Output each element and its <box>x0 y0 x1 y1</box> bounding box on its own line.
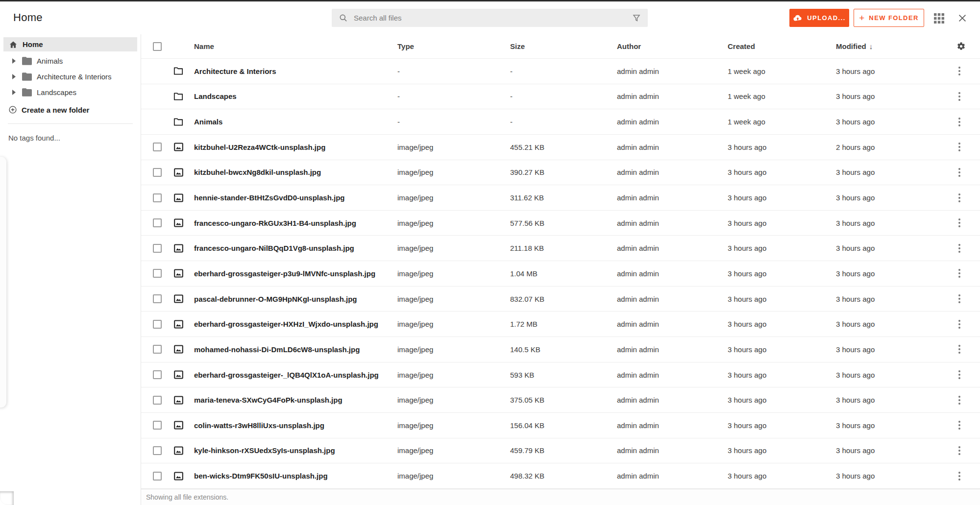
file-name[interactable]: kyle-hinkson-rXSUedxSyIs-unsplash.jpg <box>188 446 397 455</box>
row-menu-button[interactable] <box>956 166 962 179</box>
row-modified: 3 hours ago <box>836 92 950 100</box>
sidebar-folder-item[interactable]: Animals <box>0 53 141 68</box>
row-menu-button[interactable] <box>956 394 962 407</box>
table-row-file[interactable]: kyle-hinkson-rXSUedxSyIs-unsplash.jpg im… <box>141 438 980 464</box>
caret-right-icon[interactable] <box>12 74 17 79</box>
table-row-folder[interactable]: Architecture & Interiors - - admin admin… <box>141 59 980 84</box>
table-row-file[interactable]: eberhard-grossgasteiger-HXHzI_Wjxdo-unsp… <box>141 312 980 337</box>
row-checkbox[interactable] <box>153 421 162 430</box>
row-checkbox[interactable] <box>153 143 162 151</box>
row-menu-button[interactable] <box>956 368 962 381</box>
folder-name[interactable]: Animals <box>188 118 397 126</box>
column-header-author[interactable]: Author <box>617 42 728 50</box>
row-checkbox[interactable] <box>153 193 162 202</box>
row-menu-button[interactable] <box>956 267 962 280</box>
file-name[interactable]: maria-teneva-SXwCyG4FoPk-unsplash.jpg <box>188 396 397 404</box>
file-name[interactable]: pascal-debrunner-O-MG9HpNKgI-unsplash.jp… <box>188 295 397 303</box>
row-menu-button[interactable] <box>956 444 962 457</box>
row-menu-button[interactable] <box>956 192 962 204</box>
row-checkbox[interactable] <box>153 370 162 379</box>
file-name[interactable]: colin-watts-r3wH8lliUxs-unsplash.jpg <box>188 421 397 430</box>
row-checkbox[interactable] <box>153 396 162 405</box>
row-menu-button[interactable] <box>956 216 962 229</box>
row-checkbox[interactable] <box>153 446 162 455</box>
table-row-file[interactable]: francesco-ungaro-RkGUx3H1-B4-unsplash.jp… <box>141 211 980 236</box>
image-file-icon <box>174 320 183 329</box>
create-new-folder-button[interactable]: Create a new folder <box>0 103 141 117</box>
sidebar-folder-item[interactable]: Architecture & Interiors <box>0 69 141 84</box>
file-name[interactable]: eberhard-grossgasteiger-_lQB4QlX1oA-unsp… <box>188 371 397 379</box>
row-menu-button[interactable] <box>956 292 962 305</box>
row-menu-button[interactable] <box>956 419 962 432</box>
file-name[interactable]: hennie-stander-BtHtZsGvdD0-unsplash.jpg <box>188 193 397 202</box>
new-folder-button[interactable]: + NEW FOLDER <box>854 9 924 27</box>
table-row-file[interactable]: kitzbuhel-U2Reza4WCtk-unsplash.jpg image… <box>141 135 980 160</box>
table-row-file[interactable]: pascal-debrunner-O-MG9HpNKgI-unsplash.jp… <box>141 287 980 312</box>
row-checkbox[interactable] <box>153 218 162 227</box>
grid-view-button[interactable] <box>932 12 945 24</box>
table-row-file[interactable]: ben-wicks-Dtm9FK50sIU-unsplash.jpg image… <box>141 463 980 489</box>
table-row-file[interactable]: mohamed-nohassi-Di-DmLD6cW8-unsplash.jpg… <box>141 337 980 362</box>
grid-view-icon <box>934 13 944 24</box>
row-menu-button[interactable] <box>956 318 962 331</box>
row-menu-button[interactable] <box>956 116 962 128</box>
sidebar-item-home[interactable]: Home <box>3 37 137 51</box>
table-settings-gear-icon[interactable] <box>956 42 966 51</box>
file-name[interactable]: kitzbuhel-bwcxNg8dkil-unsplash.jpg <box>188 168 397 176</box>
row-menu-button[interactable] <box>956 343 962 356</box>
row-checkbox[interactable] <box>153 269 162 278</box>
table-row-file[interactable]: eberhard-grossgasteiger-p3u9-lMVNfc-unsp… <box>141 261 980 287</box>
row-created: 1 week ago <box>728 118 836 126</box>
column-header-created[interactable]: Created <box>728 42 836 50</box>
table-row-file[interactable]: kitzbuhel-bwcxNg8dkil-unsplash.jpg image… <box>141 160 980 186</box>
row-menu-button[interactable] <box>956 470 962 482</box>
row-created: 3 hours ago <box>728 193 836 202</box>
row-menu-button[interactable] <box>956 242 962 255</box>
file-name[interactable]: mohamed-nohassi-Di-DmLD6cW8-unsplash.jpg <box>188 345 397 354</box>
table-row-folder[interactable]: Landscapes - - admin admin 1 week ago 3 … <box>141 84 980 110</box>
file-name[interactable]: eberhard-grossgasteiger-p3u9-lMVNfc-unsp… <box>188 269 397 278</box>
caret-right-icon[interactable] <box>12 90 17 95</box>
row-checkbox[interactable] <box>153 294 162 303</box>
file-name[interactable]: eberhard-grossgasteiger-HXHzI_Wjxdo-unsp… <box>188 320 397 328</box>
filter-icon[interactable] <box>632 14 641 23</box>
select-all-checkbox[interactable] <box>153 42 162 51</box>
search-bar[interactable] <box>332 9 648 27</box>
row-type: image/jpeg <box>397 143 510 151</box>
table-row-folder[interactable]: Animals - - admin admin 1 week ago 3 hou… <box>141 109 980 135</box>
table-row-file[interactable]: francesco-ungaro-NilBQqD1Vg8-unsplash.jp… <box>141 236 980 261</box>
close-button[interactable] <box>956 12 969 24</box>
file-name[interactable]: kitzbuhel-U2Reza4WCtk-unsplash.jpg <box>188 143 397 151</box>
row-menu-button[interactable] <box>956 90 962 103</box>
search-input[interactable] <box>353 13 632 23</box>
row-checkbox[interactable] <box>153 345 162 354</box>
image-file-icon <box>174 244 183 253</box>
row-checkbox[interactable] <box>153 168 162 177</box>
row-checkbox[interactable] <box>153 472 162 481</box>
row-author: admin admin <box>617 92 728 100</box>
sidebar-folder-item[interactable]: Landscapes <box>0 85 141 99</box>
column-header-modified[interactable]: Modified ↓ <box>836 42 950 50</box>
column-header-size[interactable]: Size <box>510 42 617 50</box>
row-created: 3 hours ago <box>728 421 836 430</box>
column-header-type[interactable]: Type <box>397 42 510 50</box>
table-row-file[interactable]: eberhard-grossgasteiger-_lQB4QlX1oA-unsp… <box>141 362 980 388</box>
file-name[interactable]: francesco-ungaro-NilBQqD1Vg8-unsplash.jp… <box>188 244 397 252</box>
row-created: 3 hours ago <box>728 371 836 379</box>
row-created: 1 week ago <box>728 67 836 75</box>
caret-right-icon[interactable] <box>12 58 17 64</box>
column-header-modified-label: Modified <box>836 42 866 50</box>
table-row-file[interactable]: hennie-stander-BtHtZsGvdD0-unsplash.jpg … <box>141 185 980 211</box>
row-menu-button[interactable] <box>956 141 962 153</box>
table-row-file[interactable]: maria-teneva-SXwCyG4FoPk-unsplash.jpg im… <box>141 387 980 413</box>
upload-button[interactable]: UPLOAD... <box>789 9 849 27</box>
row-checkbox[interactable] <box>153 320 162 329</box>
table-row-file[interactable]: colin-watts-r3wH8lliUxs-unsplash.jpg ima… <box>141 413 980 438</box>
row-checkbox[interactable] <box>153 244 162 253</box>
folder-name[interactable]: Architecture & Interiors <box>188 67 397 75</box>
row-menu-button[interactable] <box>956 65 962 77</box>
column-header-name[interactable]: Name <box>188 42 397 50</box>
folder-name[interactable]: Landscapes <box>188 92 397 100</box>
file-name[interactable]: ben-wicks-Dtm9FK50sIU-unsplash.jpg <box>188 472 397 480</box>
file-name[interactable]: francesco-ungaro-RkGUx3H1-B4-unsplash.jp… <box>188 219 397 227</box>
